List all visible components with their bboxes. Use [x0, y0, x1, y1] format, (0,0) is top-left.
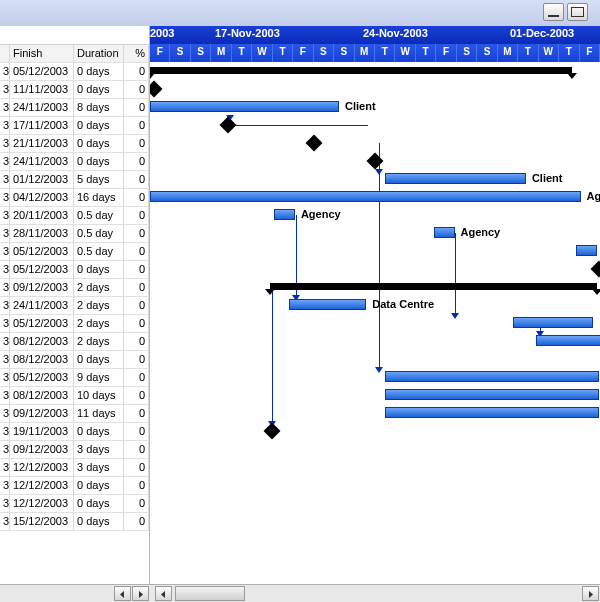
cell-finish: 09/12/2003	[10, 279, 74, 296]
timescale-day-label: T	[518, 44, 538, 62]
gantt-chart[interactable]: 200317-Nov-200324-Nov-200301-Dec-2003 FS…	[150, 26, 600, 585]
milestone-icon[interactable]	[263, 423, 280, 440]
col-header-duration[interactable]: Duration	[74, 45, 124, 62]
summary-bar[interactable]	[150, 67, 572, 74]
table-row[interactable]: 309/12/20032 days0	[0, 279, 149, 297]
table-row[interactable]: 321/11/20030 days0	[0, 135, 149, 153]
cell-trunc: 3	[0, 369, 10, 386]
gantt-scroll-right-button[interactable]	[582, 586, 599, 601]
gantt-body[interactable]: ClientClientAgAgencyAgencyData Centre	[150, 62, 600, 585]
task-bar[interactable]	[274, 209, 295, 220]
cell-duration: 0 days	[74, 513, 124, 530]
task-bar[interactable]	[385, 173, 526, 184]
cell-finish: 05/12/2003	[10, 261, 74, 278]
cell-trunc: 3	[0, 171, 10, 188]
gantt-row	[150, 134, 600, 152]
horizontal-scrollbar[interactable]	[0, 584, 600, 602]
table-row[interactable]: 309/12/20033 days0	[0, 441, 149, 459]
timescale-day-label: T	[559, 44, 579, 62]
cell-trunc: 3	[0, 153, 10, 170]
table-row[interactable]: 308/12/20032 days0	[0, 333, 149, 351]
gantt-row: Client	[150, 98, 600, 116]
table-row[interactable]: 320/11/20030.5 day0	[0, 207, 149, 225]
task-bar[interactable]	[385, 371, 599, 382]
task-bar[interactable]	[150, 191, 581, 202]
table-row[interactable]: 304/12/200316 days0	[0, 189, 149, 207]
task-label: Ag	[587, 190, 601, 202]
table-row[interactable]: 301/12/20035 days0	[0, 171, 149, 189]
table-row[interactable]: 319/11/20030 days0	[0, 423, 149, 441]
col-header-trunc[interactable]	[0, 45, 10, 62]
col-header-pct[interactable]: %	[124, 45, 149, 62]
cell-duration: 0 days	[74, 477, 124, 494]
cell-pct: 0	[124, 495, 149, 512]
cell-pct: 0	[124, 207, 149, 224]
window-minimize-button[interactable]	[543, 3, 564, 21]
cell-pct: 0	[124, 279, 149, 296]
table-row[interactable]: 308/12/20030 days0	[0, 351, 149, 369]
table-row[interactable]: 312/12/20033 days0	[0, 459, 149, 477]
grid-scroll-right-button[interactable]	[132, 586, 149, 601]
gantt-scroll-thumb[interactable]	[175, 586, 245, 601]
milestone-icon[interactable]	[219, 117, 236, 134]
task-bar[interactable]	[150, 101, 339, 112]
gantt-scroll-left-button[interactable]	[155, 586, 172, 601]
gantt-row	[150, 116, 600, 134]
gantt-row	[150, 404, 600, 422]
table-row[interactable]: 311/11/20030 days0	[0, 81, 149, 99]
task-label: Client	[532, 172, 563, 184]
cell-finish: 08/12/2003	[10, 351, 74, 368]
milestone-icon[interactable]	[150, 81, 163, 98]
table-row[interactable]: 309/12/200311 days0	[0, 405, 149, 423]
cell-finish: 12/12/2003	[10, 477, 74, 494]
table-row[interactable]: 305/12/20030.5 day0	[0, 243, 149, 261]
cell-finish: 17/11/2003	[10, 117, 74, 134]
grid-scroll-left-button[interactable]	[114, 586, 131, 601]
table-row[interactable]: 305/12/20030 days0	[0, 261, 149, 279]
table-row[interactable]: 317/11/20030 days0	[0, 117, 149, 135]
cell-finish: 08/12/2003	[10, 387, 74, 404]
milestone-icon[interactable]	[591, 261, 600, 278]
cell-finish: 28/11/2003	[10, 225, 74, 242]
milestone-icon[interactable]	[366, 153, 383, 170]
cell-pct: 0	[124, 297, 149, 314]
timescale-tier2: FSSMTWTFSSMTWTFSSMTWTF	[150, 44, 600, 62]
task-bar[interactable]	[536, 335, 600, 346]
table-row[interactable]: 305/12/20032 days0	[0, 315, 149, 333]
table-row[interactable]: 312/12/20030 days0	[0, 477, 149, 495]
table-row[interactable]: 324/11/20032 days0	[0, 297, 149, 315]
summary-bar[interactable]	[270, 283, 598, 290]
task-bar[interactable]	[289, 299, 367, 310]
cell-finish: 24/11/2003	[10, 99, 74, 116]
table-row[interactable]: 328/11/20030.5 day0	[0, 225, 149, 243]
cell-pct: 0	[124, 333, 149, 350]
cell-pct: 0	[124, 81, 149, 98]
task-bar[interactable]	[513, 317, 593, 328]
table-row[interactable]: 315/12/20030 days0	[0, 513, 149, 531]
table-row[interactable]: 324/11/20038 days0	[0, 99, 149, 117]
timescale-day-label: T	[273, 44, 293, 62]
timescale-day-label: F	[150, 44, 170, 62]
table-row[interactable]: 324/11/20030 days0	[0, 153, 149, 171]
table-row[interactable]: 305/12/20030 days0	[0, 63, 149, 81]
timescale-day-label: M	[498, 44, 518, 62]
table-row[interactable]: 308/12/200310 days0	[0, 387, 149, 405]
cell-trunc: 3	[0, 81, 10, 98]
timescale-day-label: F	[293, 44, 313, 62]
task-grid[interactable]: Finish Duration % 305/12/20030 days0311/…	[0, 26, 150, 585]
task-bar[interactable]	[385, 407, 599, 418]
cell-trunc: 3	[0, 513, 10, 530]
cell-trunc: 3	[0, 279, 10, 296]
table-row[interactable]: 312/12/20030 days0	[0, 495, 149, 513]
table-row[interactable]: 305/12/20039 days0	[0, 369, 149, 387]
col-header-finish[interactable]: Finish	[10, 45, 74, 62]
task-bar[interactable]	[385, 389, 599, 400]
gantt-row	[150, 332, 600, 350]
milestone-icon[interactable]	[305, 135, 322, 152]
window-maximize-button[interactable]	[567, 3, 588, 21]
cell-trunc: 3	[0, 261, 10, 278]
task-bar[interactable]	[434, 227, 455, 238]
timescale-day-label: W	[252, 44, 272, 62]
timescale-day-label: M	[355, 44, 375, 62]
task-bar[interactable]	[576, 245, 597, 256]
